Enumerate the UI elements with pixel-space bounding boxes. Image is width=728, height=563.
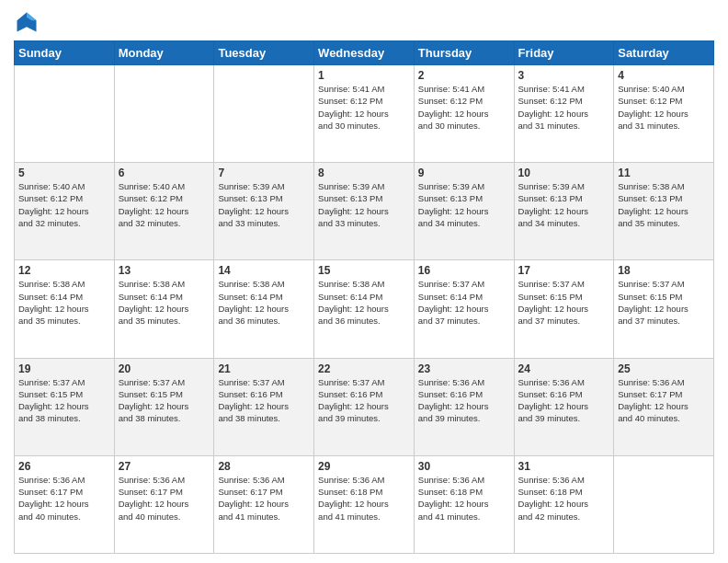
day-number: 6 xyxy=(119,167,210,179)
day-info: Sunrise: 5:39 AM Sunset: 6:13 PM Dayligh… xyxy=(318,180,410,229)
calendar-table: SundayMondayTuesdayWednesdayThursdayFrid… xyxy=(14,40,714,554)
day-info: Sunrise: 5:40 AM Sunset: 6:12 PM Dayligh… xyxy=(119,180,210,229)
day-number: 7 xyxy=(218,167,310,179)
calendar-cell: 6Sunrise: 5:40 AM Sunset: 6:12 PM Daylig… xyxy=(114,163,214,260)
calendar-cell: 3Sunrise: 5:41 AM Sunset: 6:12 PM Daylig… xyxy=(514,65,614,163)
calendar-cell: 8Sunrise: 5:39 AM Sunset: 6:13 PM Daylig… xyxy=(314,163,415,260)
calendar-header: SundayMondayTuesdayWednesdayThursdayFrid… xyxy=(15,41,714,65)
calendar-cell: 22Sunrise: 5:37 AM Sunset: 6:16 PM Dayli… xyxy=(314,358,415,455)
day-number: 30 xyxy=(418,460,510,473)
day-number: 18 xyxy=(618,264,710,277)
day-info: Sunrise: 5:38 AM Sunset: 6:13 PM Dayligh… xyxy=(618,180,710,229)
calendar-cell: 26Sunrise: 5:36 AM Sunset: 6:17 PM Dayli… xyxy=(15,455,115,553)
day-number: 12 xyxy=(18,264,110,277)
day-number: 23 xyxy=(418,362,510,375)
day-number: 28 xyxy=(218,460,310,473)
day-info: Sunrise: 5:36 AM Sunset: 6:18 PM Dayligh… xyxy=(518,474,610,523)
calendar-cell xyxy=(114,65,214,163)
calendar-cell xyxy=(214,65,314,163)
weekday-header-monday: Monday xyxy=(114,41,214,65)
calendar-body: 1Sunrise: 5:41 AM Sunset: 6:12 PM Daylig… xyxy=(15,65,714,554)
day-number: 26 xyxy=(18,460,110,473)
calendar-week-5: 26Sunrise: 5:36 AM Sunset: 6:17 PM Dayli… xyxy=(15,455,714,553)
day-number: 4 xyxy=(618,69,710,82)
day-info: Sunrise: 5:36 AM Sunset: 6:17 PM Dayligh… xyxy=(218,474,310,523)
calendar-cell: 2Sunrise: 5:41 AM Sunset: 6:12 PM Daylig… xyxy=(414,65,514,163)
day-info: Sunrise: 5:37 AM Sunset: 6:15 PM Dayligh… xyxy=(119,376,210,425)
day-info: Sunrise: 5:41 AM Sunset: 6:12 PM Dayligh… xyxy=(518,83,610,132)
calendar-cell: 20Sunrise: 5:37 AM Sunset: 6:15 PM Dayli… xyxy=(114,358,214,455)
calendar-cell: 1Sunrise: 5:41 AM Sunset: 6:12 PM Daylig… xyxy=(314,65,415,163)
calendar-cell: 27Sunrise: 5:36 AM Sunset: 6:17 PM Dayli… xyxy=(114,455,214,553)
calendar-cell: 17Sunrise: 5:37 AM Sunset: 6:15 PM Dayli… xyxy=(514,260,614,358)
day-number: 24 xyxy=(518,362,610,375)
calendar-cell: 9Sunrise: 5:39 AM Sunset: 6:13 PM Daylig… xyxy=(414,163,514,260)
calendar-cell: 29Sunrise: 5:36 AM Sunset: 6:18 PM Dayli… xyxy=(314,455,415,553)
day-info: Sunrise: 5:39 AM Sunset: 6:13 PM Dayligh… xyxy=(218,180,310,229)
day-info: Sunrise: 5:38 AM Sunset: 6:14 PM Dayligh… xyxy=(119,278,210,327)
day-number: 2 xyxy=(418,69,510,82)
day-info: Sunrise: 5:39 AM Sunset: 6:13 PM Dayligh… xyxy=(518,180,610,229)
weekday-header-friday: Friday xyxy=(514,41,614,65)
day-info: Sunrise: 5:41 AM Sunset: 6:12 PM Dayligh… xyxy=(318,83,410,132)
day-info: Sunrise: 5:41 AM Sunset: 6:12 PM Dayligh… xyxy=(418,83,510,132)
calendar-cell: 21Sunrise: 5:37 AM Sunset: 6:16 PM Dayli… xyxy=(214,358,314,455)
day-number: 15 xyxy=(318,264,410,277)
calendar-cell: 23Sunrise: 5:36 AM Sunset: 6:16 PM Dayli… xyxy=(414,358,514,455)
day-number: 29 xyxy=(318,460,410,473)
day-info: Sunrise: 5:38 AM Sunset: 6:14 PM Dayligh… xyxy=(18,278,110,327)
calendar-cell: 5Sunrise: 5:40 AM Sunset: 6:12 PM Daylig… xyxy=(15,163,115,260)
calendar-cell: 15Sunrise: 5:38 AM Sunset: 6:14 PM Dayli… xyxy=(314,260,415,358)
logo-icon xyxy=(14,9,40,35)
calendar-cell: 25Sunrise: 5:36 AM Sunset: 6:17 PM Dayli… xyxy=(614,358,714,455)
weekday-header-thursday: Thursday xyxy=(414,41,514,65)
day-info: Sunrise: 5:38 AM Sunset: 6:14 PM Dayligh… xyxy=(218,278,310,327)
calendar-cell: 4Sunrise: 5:40 AM Sunset: 6:12 PM Daylig… xyxy=(614,65,714,163)
calendar-cell: 7Sunrise: 5:39 AM Sunset: 6:13 PM Daylig… xyxy=(214,163,314,260)
day-number: 3 xyxy=(518,69,610,82)
day-info: Sunrise: 5:40 AM Sunset: 6:12 PM Dayligh… xyxy=(18,180,110,229)
calendar-week-4: 19Sunrise: 5:37 AM Sunset: 6:15 PM Dayli… xyxy=(15,358,714,455)
day-number: 19 xyxy=(18,362,110,375)
day-number: 17 xyxy=(518,264,610,277)
day-info: Sunrise: 5:37 AM Sunset: 6:16 PM Dayligh… xyxy=(218,376,310,425)
day-number: 5 xyxy=(18,167,110,179)
day-info: Sunrise: 5:36 AM Sunset: 6:17 PM Dayligh… xyxy=(18,474,110,523)
calendar-cell xyxy=(15,65,115,163)
day-number: 10 xyxy=(518,167,610,179)
day-info: Sunrise: 5:37 AM Sunset: 6:15 PM Dayligh… xyxy=(618,278,710,327)
day-number: 9 xyxy=(418,167,510,179)
calendar-week-1: 1Sunrise: 5:41 AM Sunset: 6:12 PM Daylig… xyxy=(15,65,714,163)
day-info: Sunrise: 5:37 AM Sunset: 6:15 PM Dayligh… xyxy=(518,278,610,327)
page: SundayMondayTuesdayWednesdayThursdayFrid… xyxy=(0,0,728,563)
calendar-cell: 18Sunrise: 5:37 AM Sunset: 6:15 PM Dayli… xyxy=(614,260,714,358)
weekday-header-tuesday: Tuesday xyxy=(214,41,314,65)
weekday-header-row: SundayMondayTuesdayWednesdayThursdayFrid… xyxy=(15,41,714,65)
day-number: 21 xyxy=(218,362,310,375)
day-info: Sunrise: 5:36 AM Sunset: 6:18 PM Dayligh… xyxy=(418,474,510,523)
day-info: Sunrise: 5:36 AM Sunset: 6:16 PM Dayligh… xyxy=(418,376,510,425)
day-info: Sunrise: 5:36 AM Sunset: 6:17 PM Dayligh… xyxy=(618,376,710,425)
day-info: Sunrise: 5:36 AM Sunset: 6:16 PM Dayligh… xyxy=(518,376,610,425)
weekday-header-wednesday: Wednesday xyxy=(314,41,415,65)
calendar-week-2: 5Sunrise: 5:40 AM Sunset: 6:12 PM Daylig… xyxy=(15,163,714,260)
calendar-cell xyxy=(614,455,714,553)
calendar-cell: 31Sunrise: 5:36 AM Sunset: 6:18 PM Dayli… xyxy=(514,455,614,553)
calendar-cell: 14Sunrise: 5:38 AM Sunset: 6:14 PM Dayli… xyxy=(214,260,314,358)
day-info: Sunrise: 5:36 AM Sunset: 6:17 PM Dayligh… xyxy=(119,474,210,523)
day-number: 20 xyxy=(119,362,210,375)
calendar-cell: 11Sunrise: 5:38 AM Sunset: 6:13 PM Dayli… xyxy=(614,163,714,260)
day-number: 1 xyxy=(318,69,410,82)
day-number: 14 xyxy=(218,264,310,277)
day-info: Sunrise: 5:37 AM Sunset: 6:15 PM Dayligh… xyxy=(18,376,110,425)
calendar-cell: 24Sunrise: 5:36 AM Sunset: 6:16 PM Dayli… xyxy=(514,358,614,455)
calendar-cell: 28Sunrise: 5:36 AM Sunset: 6:17 PM Dayli… xyxy=(214,455,314,553)
calendar-week-3: 12Sunrise: 5:38 AM Sunset: 6:14 PM Dayli… xyxy=(15,260,714,358)
day-number: 13 xyxy=(119,264,210,277)
day-number: 8 xyxy=(318,167,410,179)
calendar-cell: 12Sunrise: 5:38 AM Sunset: 6:14 PM Dayli… xyxy=(15,260,115,358)
calendar-cell: 16Sunrise: 5:37 AM Sunset: 6:14 PM Dayli… xyxy=(414,260,514,358)
day-info: Sunrise: 5:40 AM Sunset: 6:12 PM Dayligh… xyxy=(618,83,710,132)
weekday-header-saturday: Saturday xyxy=(614,41,714,65)
logo xyxy=(14,9,43,35)
